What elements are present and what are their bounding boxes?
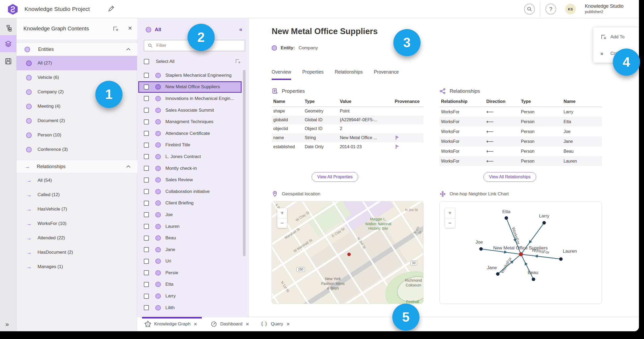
item-checkbox[interactable] (144, 108, 149, 113)
relationship-type-row[interactable]: →Attended (22) (17, 231, 137, 245)
relationship-link[interactable]: WorksFor (439, 127, 485, 136)
help-button[interactable]: ? (545, 4, 556, 14)
graph-node-jane[interactable] (496, 272, 500, 276)
user-block[interactable]: Knowledge Studio publisher2 (585, 3, 623, 14)
relationship-link[interactable]: WorksFor (439, 146, 485, 156)
item-checkbox[interactable] (144, 166, 149, 171)
zoom-out-button[interactable]: − (445, 218, 455, 228)
related-entity-link[interactable]: Larry (562, 107, 602, 117)
entity-type-row[interactable]: Conference (3) (17, 142, 137, 157)
entity-list-item[interactable]: Joe (137, 209, 249, 221)
item-checkbox[interactable] (144, 131, 149, 136)
graph-node-beau[interactable] (532, 278, 535, 281)
collapse-caret-icon[interactable] (126, 165, 131, 168)
entity-list-item[interactable]: Lauren (137, 221, 249, 232)
item-checkbox[interactable] (144, 84, 149, 90)
entity-list-item[interactable]: Larry (137, 290, 249, 302)
layers-icon[interactable] (5, 40, 12, 47)
item-checkbox[interactable] (144, 96, 149, 101)
close-tab-icon[interactable]: ✕ (194, 322, 197, 327)
entity-list-item[interactable]: Uri (137, 256, 249, 267)
view-tab-dashboard[interactable]: Dashboard✕ (211, 321, 249, 327)
entity-list-item[interactable]: Beau (137, 232, 249, 244)
relationship-link[interactable]: WorksFor (439, 107, 485, 117)
user-avatar[interactable]: KS (565, 4, 576, 14)
entity-list-item[interactable]: Attendance Certificate (137, 128, 249, 139)
geospatial-map[interactable]: N 3rd StMaggie L. Walker National Histor… (272, 201, 423, 304)
graph-node-joe[interactable] (479, 247, 483, 251)
zoom-in-button[interactable]: + (445, 208, 455, 218)
related-entity-link[interactable]: Beau (562, 146, 602, 156)
entity-list-item[interactable]: Collaboration initiative (137, 186, 249, 197)
entity-list-item[interactable]: Client Briefing (137, 197, 249, 209)
item-checkbox[interactable] (144, 236, 149, 241)
related-entity-link[interactable]: Joe (562, 127, 602, 136)
save-icon[interactable] (5, 58, 12, 65)
add-to-map-icon[interactable] (112, 26, 119, 32)
relationship-link[interactable]: WorksFor (439, 156, 485, 166)
detail-tab-overview[interactable]: Overview (272, 69, 291, 80)
provenance-cell[interactable] (393, 142, 423, 151)
item-checkbox[interactable] (144, 212, 149, 217)
provenance-cell[interactable] (393, 133, 423, 142)
item-checkbox[interactable] (144, 247, 149, 252)
entity-list-item[interactable]: Montly check-in (137, 163, 249, 174)
item-checkbox[interactable] (144, 259, 149, 264)
list-scrollbar[interactable] (243, 70, 246, 256)
detail-tab-relationships[interactable]: Relationships (335, 69, 363, 80)
item-checkbox[interactable] (144, 282, 149, 287)
select-all-checkbox[interactable] (144, 59, 149, 64)
close-tab-icon[interactable]: ✕ (286, 322, 290, 327)
entity-type-row[interactable]: Vehicle (6) (17, 70, 137, 85)
related-entity-link[interactable]: Etta (562, 117, 602, 127)
item-checkbox[interactable] (144, 119, 149, 124)
relationship-link[interactable]: WorksFor (439, 117, 485, 127)
search-button[interactable] (524, 4, 535, 14)
entity-type-row[interactable]: All (27) (17, 56, 137, 70)
entity-list-item[interactable]: Jane (137, 244, 249, 256)
item-checkbox[interactable] (144, 177, 149, 183)
entity-list-item[interactable]: Firebird Title (137, 139, 249, 151)
detail-tab-provenance[interactable]: Provenance (374, 69, 399, 80)
item-checkbox[interactable] (144, 143, 149, 148)
relationship-type-row[interactable]: →WorksFor (10) (17, 216, 137, 231)
zoom-out-button[interactable]: − (277, 218, 287, 228)
related-entity-link[interactable]: Lauren (562, 156, 602, 166)
close-panel-icon[interactable]: ✕ (128, 25, 132, 31)
relationship-link[interactable]: WorksFor (439, 136, 485, 146)
view-all-relationships-button[interactable]: View All Relationships (483, 172, 536, 182)
graph-center-node[interactable] (519, 252, 523, 256)
close-tab-icon[interactable]: ✕ (246, 322, 249, 327)
entity-list-item[interactable]: Sales Review (137, 174, 249, 186)
item-checkbox[interactable] (144, 224, 149, 229)
entity-list-item[interactable]: Innovations in Mechanical Engin... (137, 93, 249, 104)
item-checkbox[interactable] (144, 189, 149, 194)
one-hop-link-chart[interactable]: EttaWorksForLarryJoeLaurenWorksForJaneWo… (439, 201, 602, 304)
data-model-icon[interactable] (5, 25, 12, 32)
item-checkbox[interactable] (144, 270, 149, 275)
view-all-properties-button[interactable]: View All Properties (312, 172, 358, 182)
relationship-type-row[interactable]: →HasVehicle (7) (17, 202, 137, 216)
entity-list-item[interactable]: Staplers Mechanical Engineering (137, 70, 249, 81)
item-checkbox[interactable] (144, 154, 149, 159)
entity-list-item[interactable]: New Metal Office Suppliers (138, 81, 242, 93)
entity-list-item[interactable]: Persie (137, 267, 249, 279)
relationship-type-row[interactable]: →HasDocument (2) (17, 245, 137, 260)
collapse-caret-icon[interactable] (126, 48, 131, 51)
view-tab-knowledge-graph[interactable]: Knowledge Graph✕ (145, 321, 197, 327)
graph-node-etta[interactable] (505, 216, 508, 220)
relationship-type-row[interactable]: →All (54) (17, 173, 137, 188)
detail-tab-properties[interactable]: Properties (302, 69, 324, 80)
collapse-panel-icon[interactable]: « (239, 26, 242, 33)
related-entity-link[interactable]: Jane (562, 136, 602, 146)
item-checkbox[interactable] (144, 201, 149, 206)
add-to-map-icon[interactable] (235, 58, 241, 64)
select-all-row[interactable]: Select All (137, 57, 249, 66)
graph-node-larry[interactable] (543, 221, 546, 225)
relationship-type-row[interactable]: →Manages (1) (17, 260, 137, 274)
entity-list-item[interactable]: Lilith (137, 302, 249, 314)
item-checkbox[interactable] (144, 294, 149, 299)
flyout-item-add-to[interactable]: Add To (593, 31, 639, 43)
entity-type-row[interactable]: Person (10) (17, 128, 137, 142)
entity-list-item[interactable]: Managment Techniques (137, 116, 249, 128)
